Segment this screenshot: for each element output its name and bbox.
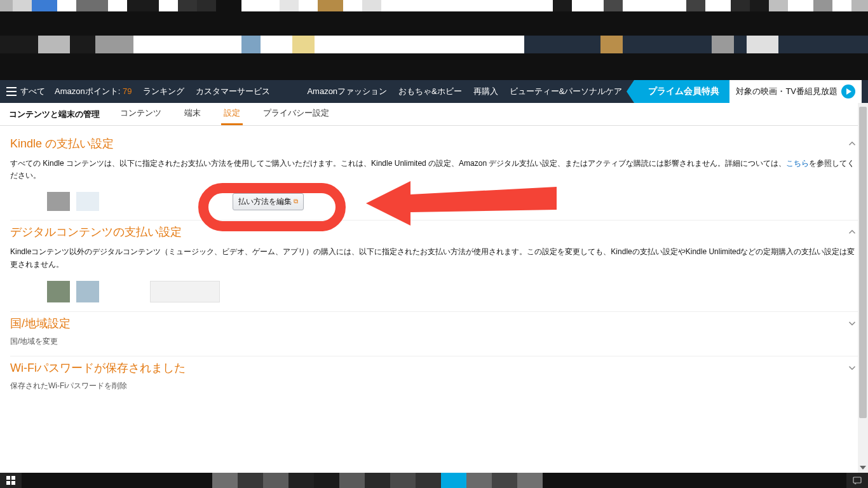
section-region-sub: 国/地域を変更 bbox=[10, 336, 858, 347]
section-kindle-payment-title: Kindle の支払い設定 bbox=[10, 136, 114, 151]
edit-payment-button-label: 払い方法を編集 bbox=[238, 196, 292, 207]
external-link-icon: ⧉ bbox=[294, 198, 298, 205]
svg-rect-8 bbox=[6, 481, 10, 485]
chevron-up-icon bbox=[846, 226, 858, 238]
chevron-up-icon bbox=[846, 138, 858, 149]
svg-rect-7 bbox=[11, 476, 15, 480]
play-icon bbox=[841, 85, 855, 98]
section-wifi-header[interactable]: Wi-Fiパスワードが保存されました bbox=[10, 360, 858, 376]
main-nav: すべて Amazonポイント: 79 ランキング カスタマーサービス Amazo… bbox=[0, 80, 868, 103]
dark-gap-2 bbox=[0, 53, 868, 80]
taskbar-segments bbox=[212, 473, 543, 488]
svg-marker-3 bbox=[846, 88, 851, 95]
section-digital-payment-title: デジタルコンテンツの支払い設定 bbox=[10, 224, 182, 240]
nav-points[interactable]: Amazonポイント: 79 bbox=[49, 86, 137, 97]
nav-item-buy-again[interactable]: 再購入 bbox=[468, 86, 504, 97]
kindle-desc-link[interactable]: こちら bbox=[786, 159, 809, 168]
scrollbar[interactable] bbox=[858, 103, 868, 473]
section-wifi-title: Wi-Fiパスワードが保存されました bbox=[10, 360, 186, 376]
svg-rect-0 bbox=[6, 87, 17, 88]
section-kindle-payment-header[interactable]: Kindle の支払い設定 bbox=[10, 136, 858, 151]
prime-banner[interactable]: プライム会員特典 対象の映画・TV番組見放題 bbox=[634, 80, 862, 103]
svg-marker-5 bbox=[860, 466, 866, 470]
subtab-privacy[interactable]: プライバシー設定 bbox=[261, 103, 332, 125]
nav-item-beauty[interactable]: ビューティー&パーソナルケア bbox=[504, 86, 628, 97]
nav-all-label: すべて bbox=[20, 86, 45, 97]
section-wifi: Wi-Fiパスワードが保存されました 保存されたWi-Fiパスワードを削除 bbox=[10, 356, 858, 400]
prime-side-label: 対象の映画・TV番組見放題 bbox=[736, 86, 837, 97]
nav-item-toys[interactable]: おもちゃ&ホビー bbox=[393, 86, 468, 97]
hamburger-icon bbox=[6, 87, 17, 96]
redacted-card-icon-2 bbox=[76, 192, 99, 211]
nav-points-value: 79 bbox=[123, 86, 132, 96]
kindle-payment-row: 払い方法を編集 ⧉ bbox=[47, 192, 858, 211]
subtab-content[interactable]: コンテンツ bbox=[118, 103, 164, 125]
nav-item-ranking[interactable]: ランキング bbox=[137, 86, 190, 97]
section-kindle-payment: Kindle の支払い設定 すべての Kindle コンテンツは、以下に指定され… bbox=[10, 132, 858, 220]
windows-icon bbox=[6, 476, 15, 485]
svg-rect-10 bbox=[853, 477, 861, 483]
scrollbar-down-arrow[interactable] bbox=[858, 463, 868, 473]
svg-rect-6 bbox=[6, 476, 10, 480]
nav-all-menu[interactable]: すべて bbox=[6, 86, 45, 97]
section-region-header[interactable]: 国/地域設定 bbox=[10, 316, 858, 331]
section-digital-payment-header[interactable]: デジタルコンテンツの支払い設定 bbox=[10, 224, 858, 240]
section-region-title: 国/地域設定 bbox=[10, 316, 71, 331]
prime-side: 対象の映画・TV番組見放題 bbox=[729, 80, 862, 103]
pixelated-header-row-2 bbox=[0, 36, 868, 53]
section-digital-payment: デジタルコンテンツの支払い設定 Kindleコンテンツ以外のデジタルコンテンツ（… bbox=[10, 220, 858, 311]
redacted-payment-field bbox=[150, 281, 220, 302]
section-digital-payment-desc: Kindleコンテンツ以外のデジタルコンテンツ（ミュージック、ビデオ、ゲーム、ア… bbox=[10, 246, 858, 270]
section-wifi-sub: 保存されたWi-Fiパスワードを削除 bbox=[10, 381, 858, 391]
scrollbar-thumb[interactable] bbox=[859, 107, 867, 418]
chevron-down-icon bbox=[846, 318, 858, 329]
section-region: 国/地域設定 国/地域を変更 bbox=[10, 312, 858, 356]
kindle-desc-pre: すべての Kindle コンテンツは、以下に指定されたお支払い方法を使用してご購… bbox=[10, 159, 786, 168]
subtab-settings[interactable]: 設定 bbox=[221, 103, 243, 125]
nav-item-fashion[interactable]: Amazonファッション bbox=[301, 86, 393, 97]
redacted-card-icon-2 bbox=[76, 281, 99, 302]
start-button[interactable] bbox=[0, 473, 22, 488]
svg-rect-2 bbox=[6, 95, 17, 96]
svg-rect-1 bbox=[6, 91, 17, 92]
tray-icon[interactable] bbox=[846, 473, 868, 488]
pixelated-header-row-1 bbox=[0, 0, 868, 11]
redacted-card-icon bbox=[47, 281, 70, 302]
prime-ribbon-label: プライム会員特典 bbox=[634, 80, 729, 103]
subtab-title: コンテンツと端末の管理 bbox=[9, 109, 100, 120]
section-kindle-payment-desc: すべての Kindle コンテンツは、以下に指定されたお支払い方法を使用してご購… bbox=[10, 158, 858, 182]
redacted-card-icon bbox=[47, 192, 70, 211]
nav-item-customer-service[interactable]: カスタマーサービス bbox=[190, 86, 276, 97]
subtab-row: コンテンツと端末の管理 コンテンツ 端末 設定 プライバシー設定 bbox=[0, 103, 868, 126]
taskbar bbox=[0, 473, 868, 488]
nav-points-prefix: Amazonポイント: bbox=[55, 86, 120, 96]
subtab-devices[interactable]: 端末 bbox=[182, 103, 203, 125]
content-area: Kindle の支払い設定 すべての Kindle コンテンツは、以下に指定され… bbox=[0, 126, 868, 426]
edit-payment-button[interactable]: 払い方法を編集 ⧉ bbox=[233, 193, 304, 210]
svg-rect-9 bbox=[11, 481, 15, 485]
dark-gap bbox=[0, 11, 868, 36]
digital-payment-row bbox=[47, 281, 858, 302]
chevron-down-icon bbox=[846, 362, 858, 374]
notification-icon bbox=[853, 476, 862, 485]
